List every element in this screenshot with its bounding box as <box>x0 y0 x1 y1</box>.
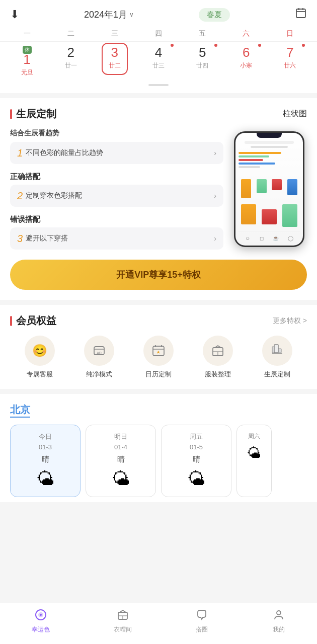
birth-right-panel: ☺ ◻ ☕ ◯ <box>231 129 307 250</box>
item-arrow-1: › <box>214 149 216 157</box>
nav-wardrobe[interactable]: 衣帽间 <box>114 608 132 634</box>
svg-point-25 <box>277 611 281 615</box>
benefit-label-4: 生辰定制 <box>264 370 290 379</box>
date-cell-4[interactable]: 4 廿三 <box>139 45 178 77</box>
benefit-label-2: 日历定制 <box>145 370 172 379</box>
date-cell-1[interactable]: 休 1 元旦 <box>8 45 46 77</box>
weather-icon-2: 🌤 <box>169 468 224 490</box>
birth-item-3[interactable]: 3 避开以下穿搭 › <box>10 227 223 250</box>
svg-text:AD: AD <box>97 351 102 355</box>
birth-section-title: 生辰定制 <box>16 107 56 121</box>
date-number-1: 1 <box>23 52 30 67</box>
nav-profile[interactable]: 我的 <box>272 608 285 634</box>
birth-item-2[interactable]: 2 定制穿衣色彩搭配 › <box>10 185 223 207</box>
more-benefits-link[interactable]: 更多特权 > <box>273 316 307 326</box>
benefits-bar-icon <box>10 316 12 326</box>
weather-day-2: 周五 <box>169 432 224 441</box>
date-cell-7[interactable]: 7 廿六 <box>271 45 309 77</box>
nav-circle[interactable]: 搭圈 <box>195 608 208 634</box>
benefit-customer-service[interactable]: 😊 专属客服 <box>25 336 55 379</box>
weather-card-tomorrow[interactable]: 明日 01-4 晴 🌤 <box>86 425 156 497</box>
date-cell-2[interactable]: 2 廿一 <box>52 45 90 77</box>
weekday-tue: 二 <box>52 29 90 38</box>
item-number-3: 3 <box>17 233 23 244</box>
bottom-nav: 幸运色 衣帽间 搭圈 我的 <box>0 603 317 644</box>
weather-condition-0: 晴 <box>18 455 73 464</box>
weekday-fri: 五 <box>183 29 221 38</box>
weather-icon-1: 🌤 <box>93 468 148 490</box>
weather-day-0: 今日 <box>18 432 73 441</box>
weekday-wed: 三 <box>96 29 134 38</box>
wardrobe-icon <box>203 336 233 366</box>
benefits-header: 会员权益 更多特权 > <box>10 314 307 328</box>
benefit-label-1: 纯净模式 <box>86 370 112 379</box>
birth-item-list: 1 不同色彩的能量占比趋势 › 正确搭配 2 定制穿衣色彩搭配 › <box>10 142 223 250</box>
nav-label-2: 搭圈 <box>196 625 208 634</box>
weather-icon-0: 🌤 <box>18 468 73 490</box>
weather-card-today[interactable]: 今日 01-3 晴 🌤 <box>10 425 81 497</box>
calendar: 一 二 三 四 五 六 日 休 1 元旦 2 廿一 3 廿二 4 <box>0 26 317 93</box>
benefit-calendar-custom[interactable]: 日历定制 <box>143 336 174 379</box>
date-lunar-2: 廿一 <box>52 61 90 70</box>
date-lunar-7: 廿六 <box>271 61 309 70</box>
season-badge[interactable]: 春夏 <box>199 8 230 22</box>
weather-section: 北京 今日 01-3 晴 🌤 明日 01-4 晴 🌤 周五 01-5 晴 🌤 周… <box>0 394 317 502</box>
month-label: 2024年1月 <box>84 9 127 21</box>
date-number-4: 4 <box>139 45 178 60</box>
item-text-2: 定制穿衣色彩搭配 <box>26 191 82 200</box>
weather-icon-3: 🌤 <box>241 445 267 461</box>
date-number-5: 5 <box>183 45 221 60</box>
date-row: 休 1 元旦 2 廿一 3 廿二 4 廿三 5 廿四 <box>0 42 317 80</box>
month-selector[interactable]: 2024年1月 ∨ <box>84 9 134 21</box>
benefits-title: 会员权益 <box>16 314 56 328</box>
weather-card-friday[interactable]: 周五 01-5 晴 🌤 <box>161 425 231 497</box>
weather-cards: 今日 01-3 晴 🌤 明日 01-4 晴 🌤 周五 01-5 晴 🌤 周六 🌤 <box>10 425 307 497</box>
month-arrow-icon: ∨ <box>129 11 134 18</box>
date-cell-3[interactable]: 3 廿二 <box>96 45 134 77</box>
weather-condition-2: 晴 <box>169 455 224 464</box>
header: ⬇ 2024年1月 ∨ 春夏 <box>0 0 317 26</box>
week-header: 一 二 三 四 五 六 日 <box>0 26 317 42</box>
weekday-sun: 日 <box>271 29 309 38</box>
benefits-section: 会员权益 更多特权 > 😊 专属客服 AD 纯净模式 <box>0 305 317 389</box>
birth-section: 生辰定制 柱状图 结合生辰看趋势 1 不同色彩的能量占比趋势 › 正确搭配 <box>0 98 317 300</box>
date-number-2: 2 <box>52 45 90 60</box>
trend-label: 结合生辰看趋势 <box>10 129 223 138</box>
group-title-wrong: 错误搭配 <box>10 215 223 224</box>
calendar-custom-icon <box>143 336 174 366</box>
wardrobe-nav-icon <box>116 608 129 623</box>
weather-card-saturday[interactable]: 周六 🌤 <box>236 425 272 497</box>
calendar-icon[interactable] <box>295 7 307 22</box>
birth-custom-icon <box>262 336 292 366</box>
svg-marker-11 <box>156 351 160 354</box>
customer-service-icon: 😊 <box>25 336 55 366</box>
svg-rect-17 <box>274 345 278 353</box>
birth-left-panel: 结合生辰看趋势 1 不同色彩的能量占比趋势 › 正确搭配 2 定制穿衣色彩搭配 <box>10 129 223 250</box>
item-arrow-2: › <box>214 192 216 200</box>
weekday-mon: 一 <box>8 29 46 38</box>
weather-day-3: 周六 <box>241 432 267 441</box>
date-lunar-6: 小寒 <box>227 61 265 70</box>
download-icon[interactable]: ⬇ <box>10 8 19 21</box>
city-title[interactable]: 北京 <box>10 403 30 418</box>
date-cell-5[interactable]: 5 廿四 <box>183 45 221 77</box>
benefit-wardrobe[interactable]: 服装整理 <box>203 336 233 379</box>
nav-lucky-color[interactable]: 幸运色 <box>32 608 50 634</box>
date-lunar-4: 廿三 <box>139 61 178 70</box>
item-text-3: 避开以下穿搭 <box>26 234 68 243</box>
item-text-1: 不同色彩的能量占比趋势 <box>26 148 103 157</box>
item-number-2: 2 <box>17 191 23 201</box>
chart-type-button[interactable]: 柱状图 <box>283 109 307 119</box>
weekday-thu: 四 <box>139 29 178 38</box>
benefit-birth-custom[interactable]: 生辰定制 <box>262 336 292 379</box>
birth-item-1[interactable]: 1 不同色彩的能量占比趋势 › <box>10 142 223 164</box>
item-number-1: 1 <box>17 148 23 158</box>
date-cell-6[interactable]: 6 小寒 <box>227 45 265 77</box>
benefit-pure-mode[interactable]: AD 纯净模式 <box>84 336 114 379</box>
date-number-7: 7 <box>271 45 309 60</box>
scroll-indicator <box>0 80 317 88</box>
lucky-color-icon <box>34 608 47 623</box>
pure-mode-icon: AD <box>84 336 114 366</box>
vip-button[interactable]: 开通VIP尊享15+特权 <box>10 260 307 290</box>
profile-nav-icon <box>272 608 285 623</box>
